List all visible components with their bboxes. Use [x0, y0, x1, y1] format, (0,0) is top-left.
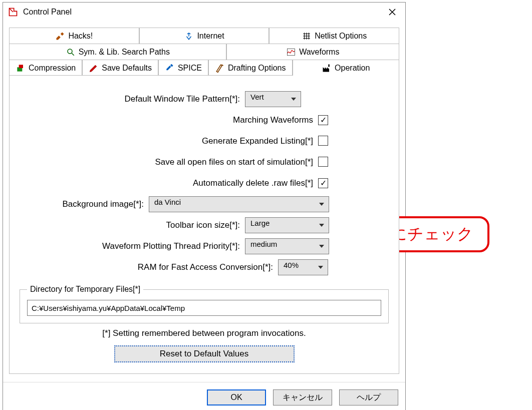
reset-defaults-button[interactable]: Reset to Default Values — [114, 345, 295, 362]
tempdir-legend: Directory for Temporary Files[*] — [27, 285, 143, 294]
ok-button[interactable]: OK — [207, 389, 266, 405]
magnifier-icon — [66, 47, 76, 57]
select-ram-fast[interactable]: 40% — [278, 259, 328, 275]
pencil-icon — [89, 63, 99, 73]
tab-label: Waveforms — [299, 48, 339, 57]
tab-search-paths[interactable]: Sym. & Lib. Search Paths — [9, 44, 226, 60]
app-icon — [8, 7, 18, 17]
tab-strip: Hacks! Internet Netlist Options — [9, 28, 399, 374]
tab-label: Compression — [29, 64, 76, 73]
select-tile-pattern[interactable]: Vert — [245, 91, 301, 107]
checkbox-marching-waveforms[interactable] — [318, 115, 328, 125]
window-title: Control Panel — [23, 8, 381, 17]
tab-internet[interactable]: Internet — [139, 28, 270, 44]
tab-spice[interactable]: SPICE — [158, 60, 208, 76]
label-marching-waveforms: Marching Waveforms — [20, 115, 313, 125]
label-save-on-start: Save all open files on start of simulati… — [20, 157, 313, 167]
dialog-button-row: OK キャンセル ヘルプ — [3, 382, 405, 410]
close-button[interactable] — [381, 5, 403, 20]
checkbox-auto-delete-raw[interactable] — [318, 178, 328, 188]
tab-netlist-options[interactable]: Netlist Options — [269, 28, 399, 44]
tempdir-input[interactable] — [27, 300, 381, 316]
checkbox-save-on-start[interactable] — [318, 157, 328, 167]
tab-label: Drafting Options — [228, 64, 286, 73]
hammer-icon — [55, 31, 65, 41]
tab-label: Operation — [335, 64, 370, 73]
label-expanded-listing: Generate Expanded Listing[*] — [20, 136, 313, 146]
tab-compression[interactable]: Compression — [9, 60, 82, 76]
control-panel-window: Control Panel Hacks! Internet — [3, 2, 406, 410]
factory-icon — [322, 63, 332, 73]
label-toolbar-size: Toolbar icon size[*]: — [20, 220, 240, 230]
select-bg-image[interactable]: da Vinci — [149, 196, 329, 212]
svg-point-0 — [68, 49, 72, 54]
operation-panel: Default Window Tile Pattern[*]: Vert Mar… — [9, 75, 399, 374]
tab-waveforms[interactable]: Waveforms — [226, 44, 399, 60]
label-wf-priority: Waveform Plotting Thread Priority[*]: — [20, 241, 240, 251]
label-bg-image: Background image[*]: — [20, 199, 144, 209]
label-ram-fast: RAM for Fast Access Conversion[*]: — [20, 262, 273, 272]
cancel-button[interactable]: キャンセル — [273, 389, 332, 405]
tab-hacks[interactable]: Hacks! — [9, 28, 139, 44]
tab-label: SPICE — [178, 64, 202, 73]
hammer2-icon — [165, 63, 175, 73]
tab-drafting-options[interactable]: Drafting Options — [208, 60, 293, 76]
internet-icon — [184, 31, 194, 41]
titlebar: Control Panel — [3, 3, 405, 22]
drafting-icon — [215, 63, 225, 73]
grid-icon — [302, 31, 312, 41]
help-button[interactable]: ヘルプ — [339, 389, 398, 405]
tab-label: Netlist Options — [315, 32, 367, 41]
compress-icon — [16, 63, 26, 73]
tab-save-defaults[interactable]: Save Defaults — [82, 60, 158, 76]
label-auto-delete-raw: Automatically delete .raw files[*] — [20, 178, 313, 188]
tempdir-group: Directory for Temporary Files[*] — [20, 285, 389, 323]
tab-label: Hacks! — [68, 32, 93, 41]
tab-label: Save Defaults — [102, 64, 152, 73]
tab-operation[interactable]: Operation — [293, 60, 400, 76]
select-wf-priority[interactable]: medium — [245, 238, 329, 254]
tab-label: Sym. & Lib. Search Paths — [79, 48, 170, 57]
remembered-note: [*] Setting remembered between program i… — [20, 328, 389, 338]
tab-label: Internet — [197, 32, 224, 41]
waveform-icon — [286, 47, 296, 57]
checkbox-expanded-listing[interactable] — [318, 136, 328, 146]
svg-rect-3 — [19, 65, 23, 68]
label-tile-pattern: Default Window Tile Pattern[*]: — [20, 94, 240, 104]
select-toolbar-size[interactable]: Large — [245, 217, 329, 233]
